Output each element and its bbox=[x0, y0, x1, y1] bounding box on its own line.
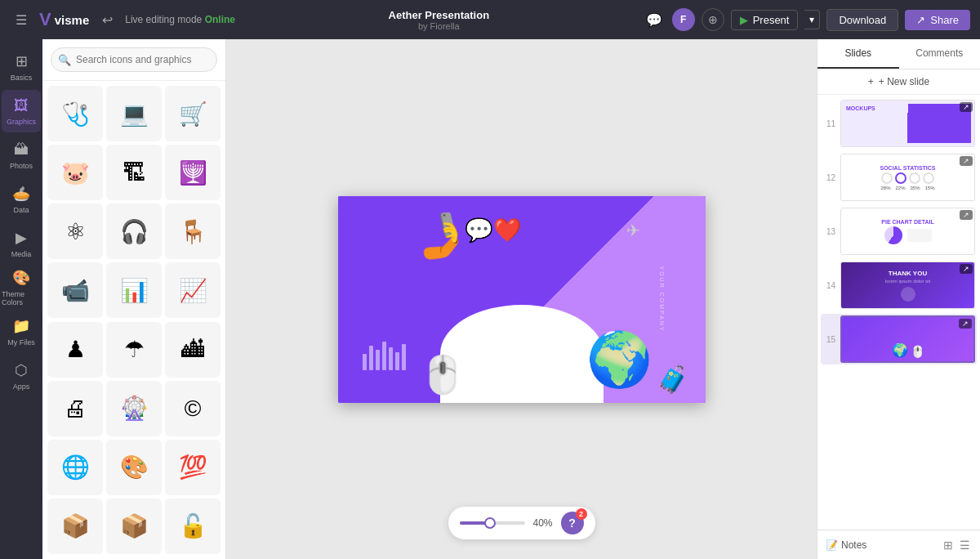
right-panel: Slides Comments + + New slide 11 MOCKUPS… bbox=[817, 39, 980, 559]
graphic-item-chess[interactable]: ♟ bbox=[47, 322, 103, 378]
tab-slides[interactable]: Slides bbox=[817, 39, 899, 69]
present-button[interactable]: ▶ Present bbox=[731, 10, 799, 30]
slide-item-13[interactable]: 13 PIE CHART DETAIL ↗ bbox=[821, 206, 977, 257]
topbar: ☰ V visme ↩ Live editing mode Online Aet… bbox=[0, 0, 980, 39]
sidebar-item-graphics[interactable]: 🖼 Graphics bbox=[2, 90, 41, 132]
help-button[interactable]: ? 2 bbox=[561, 512, 584, 534]
slide-overlay-11: ↗ bbox=[960, 102, 973, 112]
plus-icon: + bbox=[868, 76, 874, 87]
bottom-toolbar: 40% ? 2 bbox=[448, 507, 595, 539]
bar-1 bbox=[363, 354, 367, 370]
sidebar-item-theme-colors[interactable]: 🎨 Theme Colors bbox=[2, 266, 41, 309]
slide-thumb-11: MOCKUPS ↗ bbox=[840, 100, 975, 147]
grid-view-button[interactable]: ⊞ bbox=[942, 537, 955, 553]
bar-4 bbox=[382, 342, 386, 370]
new-slide-button[interactable]: + + New slide bbox=[817, 69, 980, 95]
company-text: YOUR COMPANY bbox=[659, 266, 665, 332]
bar-3 bbox=[376, 350, 380, 370]
play-icon: ▶ bbox=[740, 14, 748, 26]
slide-thumb-15: 🌍 🖱️ ↗ bbox=[840, 315, 975, 363]
sidebar-label-media: Media bbox=[11, 250, 32, 258]
social-icons-cloud: 💬❤️ bbox=[465, 217, 522, 244]
list-view-button[interactable]: ☰ bbox=[958, 537, 972, 553]
phone-hand-graphic: 🤳 bbox=[410, 206, 471, 265]
graphic-item-city[interactable]: 🏙 bbox=[165, 322, 220, 378]
slide-item-14[interactable]: 14 THANK YOU lorem ipsum dolor sit ↗ bbox=[821, 260, 977, 311]
graphic-item-document[interactable]: 📊 bbox=[106, 262, 162, 318]
slide-item-12[interactable]: 12 SOCIAL STATISTICS 28%22%35%15% bbox=[821, 152, 977, 203]
graphic-item-video[interactable]: 📹 bbox=[47, 262, 103, 318]
search-icon: 🔍 bbox=[58, 54, 71, 66]
plane-graphic: ✈ bbox=[626, 221, 640, 240]
comment-button[interactable]: 💬 bbox=[643, 8, 666, 31]
undo-button[interactable]: ↩ bbox=[96, 8, 118, 31]
notes-icon: 📝 bbox=[826, 539, 838, 551]
sidebar-item-basics[interactable]: ⊞ Basics bbox=[2, 46, 41, 88]
sidebar-item-media[interactable]: ▶ Media bbox=[2, 222, 41, 265]
graphic-item-headphones[interactable]: 🎧 bbox=[106, 203, 162, 259]
share-label: Share bbox=[930, 14, 959, 26]
zoom-thumb[interactable] bbox=[484, 517, 496, 529]
slide-thumb-12: SOCIAL STATISTICS 28%22%35%15% ↗ bbox=[840, 154, 975, 201]
share-arrow-icon: ↗ bbox=[916, 14, 925, 26]
zoom-slider[interactable] bbox=[459, 521, 524, 525]
project-subtitle: by Fiorella bbox=[418, 21, 460, 31]
graphic-item-chair[interactable]: 🪑 bbox=[165, 203, 220, 259]
graphic-item-unlock[interactable]: 🔓 bbox=[165, 499, 220, 554]
graphic-item-umbrella[interactable]: ☂ bbox=[106, 322, 162, 378]
sidebar-item-apps[interactable]: ⬡ Apps bbox=[2, 355, 41, 397]
graphic-item-menorah[interactable]: 🕎 bbox=[165, 145, 220, 200]
graphic-item-wheel[interactable]: 🎡 bbox=[106, 381, 162, 436]
present-dropdown-button[interactable]: ▾ bbox=[804, 10, 820, 29]
luggage-graphic: 🧳 bbox=[657, 364, 689, 395]
slide-item-15[interactable]: 15 🌍 🖱️ ↗ bbox=[821, 314, 977, 364]
live-editing-label: Live editing mode Online bbox=[125, 14, 235, 25]
notes-button[interactable]: 📝 Notes bbox=[826, 539, 866, 551]
collab-icon[interactable]: ⊕ bbox=[702, 8, 724, 31]
sidebar-item-photos[interactable]: 🏔 Photos bbox=[2, 134, 41, 177]
menu-button[interactable]: ☰ bbox=[10, 8, 33, 31]
graphics-icon: 🖼 bbox=[14, 97, 29, 114]
media-icon: ▶ bbox=[16, 229, 27, 247]
slide-item-11[interactable]: 11 MOCKUPS ↗ bbox=[821, 98, 977, 149]
graphic-item-box1[interactable]: 📦 bbox=[47, 499, 103, 554]
slide-overlay-13: ↗ bbox=[960, 210, 973, 220]
slide-num-11: 11 bbox=[822, 119, 835, 128]
graphic-item-box2[interactable]: 📦 bbox=[106, 499, 162, 554]
sidebar-label-myfiles: My Files bbox=[7, 338, 35, 347]
topbar-left: ☰ V visme ↩ Live editing mode Online bbox=[10, 8, 235, 31]
avatar: F bbox=[672, 8, 695, 31]
tab-comments[interactable]: Comments bbox=[899, 39, 981, 69]
left-sidebar: ⊞ Basics 🖼 Graphics 🏔 Photos 🥧 Data ▶ Me… bbox=[0, 39, 42, 559]
share-button[interactable]: ↗ Share bbox=[905, 10, 970, 30]
graphic-item-laptop[interactable]: 💻 bbox=[106, 86, 162, 141]
bar-6 bbox=[395, 352, 399, 370]
canvas-slide[interactable]: 🤳 💬❤️ 🌍 🖱️ 🧳 ✈ YOUR COMPANY bbox=[338, 196, 706, 403]
graphic-item-printer[interactable]: 🖨 bbox=[47, 381, 103, 436]
download-button[interactable]: Download bbox=[826, 9, 898, 31]
graphic-item-colorwheel[interactable]: 🎨 bbox=[106, 440, 162, 495]
search-input[interactable] bbox=[51, 47, 217, 72]
graphic-item-atom[interactable]: ⚛ bbox=[47, 203, 103, 259]
graphic-item-copyright[interactable]: © bbox=[165, 381, 220, 436]
project-title: Aether Presentation bbox=[389, 9, 490, 21]
slide-overlay-12: ↗ bbox=[960, 156, 973, 166]
sidebar-label-basics: Basics bbox=[11, 74, 33, 82]
graphics-panel: 🔍 🩺 💻 🛒 🐷 🏗 🕎 ⚛ 🎧 🪑 📹 📊 📈 ♟ ☂ 🏙 🖨 🎡 © 🌐 bbox=[42, 39, 226, 559]
topbar-center: Aether Presentation by Fiorella bbox=[243, 9, 635, 31]
graphic-item-sale[interactable]: 🛒 bbox=[165, 86, 220, 141]
sidebar-item-myfiles[interactable]: 📁 My Files bbox=[2, 311, 41, 353]
new-slide-label: + New slide bbox=[879, 76, 929, 87]
graphic-item-chart[interactable]: 📈 bbox=[165, 262, 220, 318]
sidebar-label-graphics: Graphics bbox=[7, 118, 36, 126]
logo-text: visme bbox=[55, 13, 90, 27]
graphic-item-construction[interactable]: 🏗 bbox=[106, 145, 162, 200]
graphics-grid: 🩺 💻 🛒 🐷 🏗 🕎 ⚛ 🎧 🪑 📹 📊 📈 ♟ ☂ 🏙 🖨 🎡 © 🌐 🎨 … bbox=[42, 81, 225, 559]
graphic-item-globe[interactable]: 🌐 bbox=[47, 440, 103, 495]
sidebar-item-data[interactable]: 🥧 Data bbox=[2, 178, 41, 221]
graphic-item-medical[interactable]: 🩺 bbox=[47, 86, 103, 141]
bar-7 bbox=[402, 344, 406, 370]
slide-num-12: 12 bbox=[822, 173, 835, 182]
graphic-item-percent[interactable]: 💯 bbox=[165, 440, 220, 495]
graphic-item-piggy[interactable]: 🐷 bbox=[47, 145, 103, 200]
